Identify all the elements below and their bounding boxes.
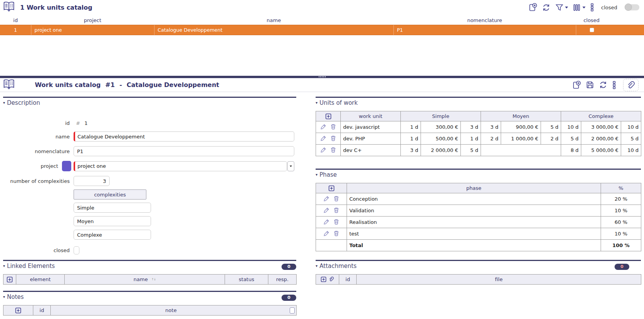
cell-value: 5 000,00 €	[581, 145, 621, 156]
paperclip-icon[interactable]	[328, 276, 334, 282]
add-note-header	[3, 305, 33, 316]
column-header-percent[interactable]: %	[601, 183, 641, 193]
column-header-file[interactable]: file	[357, 275, 641, 285]
delete-button[interactable]	[330, 147, 337, 154]
delete-button[interactable]	[333, 218, 340, 226]
table-row: Validation 10 %	[316, 205, 641, 217]
column-header-name-label: name	[134, 276, 148, 282]
column-header-work-unit[interactable]: work unit	[341, 111, 401, 121]
delete-button[interactable]	[330, 123, 337, 131]
cell-value: 900,00 €	[501, 121, 541, 133]
section-title: Attachments	[319, 263, 357, 270]
toggle-knob	[625, 3, 632, 11]
add-button[interactable]	[528, 3, 538, 12]
project-dropdown-button[interactable]	[287, 161, 294, 171]
phase-section-header[interactable]: ▾Phase	[316, 169, 641, 181]
more-menu-button[interactable]	[612, 80, 617, 90]
edit-button[interactable]	[323, 218, 330, 226]
complexity-2-field[interactable]	[74, 216, 151, 226]
complexity-3-field[interactable]	[74, 230, 151, 240]
cell-value: 1 d	[401, 133, 421, 145]
delete-button[interactable]	[333, 195, 340, 203]
add-attachment-button[interactable]	[321, 276, 326, 282]
cell-phase: Validation	[347, 205, 601, 217]
section-title: Notes	[7, 293, 24, 300]
column-header-phase[interactable]: phase	[347, 183, 601, 193]
cell-value: 3 d	[481, 121, 501, 133]
delete-button[interactable]	[333, 207, 340, 215]
edit-button[interactable]	[320, 147, 327, 154]
sort-icon[interactable]: ↑↓	[151, 278, 156, 281]
save-button[interactable]	[586, 80, 594, 89]
column-header-id[interactable]: id	[0, 17, 31, 23]
column-header-project[interactable]: project	[31, 17, 154, 23]
number-of-complexities-field[interactable]	[74, 176, 110, 186]
complexity-1-field[interactable]	[74, 203, 151, 213]
edit-button[interactable]	[323, 230, 330, 238]
cell-value: 2 000,00 €	[581, 133, 621, 145]
column-header-resp[interactable]: resp.	[268, 275, 297, 285]
column-header-name[interactable]: name	[154, 17, 393, 23]
column-header-id[interactable]: id	[339, 275, 357, 285]
edit-button[interactable]	[323, 195, 330, 203]
linked-elements-section-header[interactable]: ▾Linked Elements 0	[3, 260, 296, 272]
detail-title-separator: -	[119, 81, 122, 89]
cell-nomenclature: P1	[393, 25, 576, 35]
column-header-name[interactable]: name↑↓	[65, 275, 225, 285]
list-toolbar: closed	[528, 3, 639, 12]
units-of-work-section-header[interactable]: ▾Units of work	[316, 97, 641, 109]
refresh-button[interactable]	[599, 80, 608, 89]
edit-button[interactable]	[320, 123, 327, 131]
columns-button[interactable]	[572, 3, 586, 12]
count-badge: 0	[282, 264, 296, 270]
notes-section-header[interactable]: ▾Notes 0	[3, 291, 296, 303]
section-title: Linked Elements	[7, 263, 55, 270]
column-header-simple[interactable]: Simple	[401, 111, 481, 121]
detail-title: Work units catalog #1 - Catalogue Develo…	[35, 81, 219, 89]
table-row: Conception 20 %	[316, 193, 641, 205]
add-row-button[interactable]	[7, 277, 13, 283]
table-row: Realisation 60 %	[316, 217, 641, 228]
detail-title-name: Catalogue Developpement	[127, 81, 219, 89]
column-header-id[interactable]: id	[33, 305, 51, 316]
cell-value: 2 d	[541, 133, 561, 145]
complexities-header-button[interactable]: complexities	[74, 189, 146, 200]
column-header-moyen[interactable]: Moyen	[481, 111, 561, 121]
cell-value: 10 d	[561, 121, 581, 133]
detail-header: Work units catalog #1 - Catalogue Develo…	[0, 78, 644, 92]
add-row-button[interactable]	[325, 114, 331, 119]
attach-file-button[interactable]	[623, 79, 639, 91]
cell-id: 1	[0, 27, 31, 33]
project-label: project	[3, 163, 62, 169]
delete-button[interactable]	[330, 135, 337, 143]
cell-project: project one	[31, 25, 154, 35]
attachments-section-header[interactable]: ▾Attachments 0	[316, 260, 641, 272]
add-note-button[interactable]	[15, 308, 21, 314]
column-header-note[interactable]: note	[51, 305, 297, 316]
closed-filter-toggle[interactable]	[625, 4, 639, 10]
column-header-nomenclature[interactable]: nomenclature	[393, 17, 576, 23]
column-header-element[interactable]: element	[16, 275, 65, 285]
column-header-status[interactable]: status	[225, 275, 268, 285]
table-row-selected[interactable]: 1 project one Catalogue Developpement P1	[0, 25, 644, 35]
delete-button[interactable]	[333, 230, 340, 238]
description-section-header[interactable]: ▾Description	[3, 97, 296, 109]
cell-value: 3 000,00 €	[581, 121, 621, 133]
more-menu-button[interactable]	[590, 3, 594, 12]
edit-button[interactable]	[320, 135, 327, 143]
column-header-closed[interactable]: closed	[576, 17, 607, 23]
name-field[interactable]	[74, 131, 294, 142]
edit-button[interactable]	[323, 207, 330, 215]
nomenclature-field[interactable]	[74, 146, 294, 156]
notes-filter-checkbox[interactable]	[290, 307, 295, 314]
cell-percent: 10 %	[601, 228, 641, 240]
linked-elements-section: ▾Linked Elements 0 element name↑↓ status…	[3, 260, 296, 285]
project-field[interactable]	[74, 161, 287, 171]
add-button[interactable]	[572, 80, 581, 90]
filter-button[interactable]	[555, 3, 568, 12]
refresh-button[interactable]	[542, 3, 551, 12]
closed-checkbox[interactable]	[590, 28, 594, 32]
closed-checkbox[interactable]	[74, 246, 79, 254]
add-row-button[interactable]	[328, 186, 335, 191]
column-header-complexe[interactable]: Complexe	[561, 111, 641, 121]
